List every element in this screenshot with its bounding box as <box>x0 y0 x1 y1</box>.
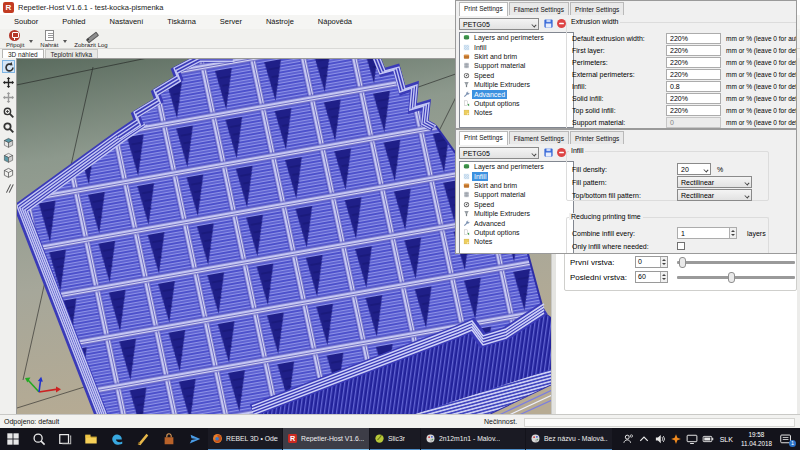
field-input-external-perimeters[interactable]: 220% <box>666 69 721 80</box>
sw1-profile-select[interactable]: PETG05 <box>459 18 539 30</box>
rotate-icon[interactable] <box>2 60 15 73</box>
taskbar-graphics-app-icon[interactable] <box>130 428 156 450</box>
tray-notification-icon[interactable]: 1 <box>779 433 794 446</box>
taskbar-store-icon[interactable] <box>156 428 182 450</box>
menu-item-server[interactable]: Server <box>208 15 254 29</box>
field-input-top-solid-infill[interactable]: 220% <box>666 105 721 116</box>
field-combo-fill-density[interactable]: 20 <box>677 163 711 175</box>
tray-avast-icon[interactable] <box>669 433 682 446</box>
sw1-tab-filament-settings[interactable]: Filament Settings <box>509 2 569 15</box>
tray-clock[interactable]: 19:5811.04.2018 <box>741 430 772 448</box>
sw1-tree-item-skirt-and-brim[interactable]: Skirt and brim <box>460 52 573 61</box>
sw1-tree-item-output-options[interactable]: Output options <box>460 99 573 108</box>
field-input-perimeters[interactable]: 220% <box>666 57 721 68</box>
view-front-icon[interactable] <box>2 151 15 164</box>
checkbox-only-infill-where-needed[interactable] <box>677 242 685 250</box>
groupbox-title-reducing: Reducing printing time <box>569 213 643 220</box>
sw2-tree-item-support-material[interactable]: Support material <box>460 190 573 199</box>
taskbar-window-title: Slic3r <box>388 435 405 442</box>
field-suffix: % <box>717 166 723 173</box>
save-profile-button[interactable] <box>543 18 554 29</box>
field-input-support-material[interactable]: 0 <box>666 117 721 128</box>
taskbar-window-repetier-host-v1-6[interactable]: RRepetier-Host V1.6... <box>283 428 369 450</box>
taskbar-window-rebel-3d-odeslat[interactable]: REBEL 3D • Odeslat... <box>208 428 282 450</box>
field-spin-combine-infill-every[interactable]: 1 <box>677 227 737 239</box>
menu-item-pohled[interactable]: Pohled <box>50 15 97 29</box>
sw1-tree-item-advanced[interactable]: Advanced <box>460 89 573 98</box>
tray-display-icon[interactable] <box>685 433 698 446</box>
tray-people-icon[interactable] <box>621 433 634 446</box>
parallel-projection-icon[interactable] <box>2 182 15 195</box>
sw2-tree-item-infill[interactable]: Infill <box>460 171 573 180</box>
sw2-tab-print-settings[interactable]: Print Settings <box>459 131 508 145</box>
extruders-icon <box>463 210 470 217</box>
sw1-tree-item-infill[interactable]: Infill <box>460 42 573 51</box>
spinner-buttons[interactable] <box>660 272 667 282</box>
sw2-tree-item-multiple-extruders[interactable]: Multiple Extruders <box>460 209 573 218</box>
taskbar-window-slic3r[interactable]: Slic3r <box>370 428 420 450</box>
view-iso-icon[interactable] <box>2 136 15 149</box>
taskbar-mail-icon[interactable] <box>182 428 208 450</box>
menu-item-soubor[interactable]: Soubor <box>2 15 50 29</box>
menu-item-nastaven-[interactable]: Nastavení <box>98 15 156 29</box>
menu-item-n-stroje[interactable]: Nástroje <box>254 15 306 29</box>
field-input-solid-infill[interactable]: 220% <box>666 93 721 104</box>
sw2-tree-item-advanced[interactable]: Advanced <box>460 218 573 227</box>
layer-spinner-prvn-vrstva[interactable]: 0 <box>635 256 668 268</box>
taskbar-window-2n12m1n1-malov[interactable]: 2n12m1n1 - Malov... <box>421 428 525 450</box>
sw1-tree-item-layers-and-perimeters[interactable]: Layers and perimeters <box>460 33 573 42</box>
taskbar-task-view-icon[interactable] <box>52 428 78 450</box>
field-input-default-extrusion-width[interactable]: 220% <box>666 33 721 44</box>
dropdown-caret-icon[interactable] <box>63 40 67 43</box>
field-combo-fill-pattern[interactable]: Rectilinear <box>677 176 752 188</box>
spinner-buttons[interactable] <box>729 228 736 238</box>
sw1-tree-item-notes[interactable]: Notes <box>460 108 573 117</box>
toolbar-button-document[interactable]: Nahrát <box>36 29 62 48</box>
sw2-category-tree: Layers and perimetersInfillSkirt and bri… <box>459 161 574 254</box>
sw2-tree-item-speed[interactable]: Speed <box>460 200 573 209</box>
spinner-buttons[interactable] <box>660 257 667 267</box>
sw1-tree-item-speed[interactable]: Speed <box>460 71 573 80</box>
view-wire-icon[interactable] <box>2 166 15 179</box>
sw2-tab-printer-settings[interactable]: Printer Settings <box>570 131 624 144</box>
layer-slider-posledn-vrstva[interactable] <box>677 271 795 283</box>
sw1-tree-item-multiple-extruders[interactable]: Multiple Extruders <box>460 80 573 89</box>
taskbar-search-icon[interactable] <box>26 428 52 450</box>
activity-status: Nečinnost. <box>484 418 517 425</box>
layer-slider-prvn-vrstva[interactable] <box>677 256 795 268</box>
menu-item-tisk-rna[interactable]: Tiskárna <box>155 15 207 29</box>
field-input-first-layer[interactable]: 220% <box>666 45 721 56</box>
tray-language-indicator[interactable]: SLK <box>720 436 733 443</box>
taskbar-edge-icon[interactable] <box>104 428 130 450</box>
sw2-tree-item-notes[interactable]: Notes <box>460 237 573 246</box>
taskbar-file-explorer-icon[interactable] <box>78 428 104 450</box>
field-combo-top-bottom-fill-pattern[interactable]: Rectilinear <box>677 189 752 201</box>
sw1-tree-item-support-material[interactable]: Support material <box>460 61 573 70</box>
move-object-icon[interactable] <box>2 91 15 104</box>
speed-icon <box>463 72 470 79</box>
sw1-tab-printer-settings[interactable]: Printer Settings <box>570 2 624 15</box>
layer-spinner-posledn-vrstva[interactable]: 60 <box>635 271 668 283</box>
dropdown-caret-icon[interactable] <box>29 40 33 43</box>
move-icon[interactable] <box>2 76 15 89</box>
sw2-tree-item-layers-and-perimeters[interactable]: Layers and perimeters <box>460 162 573 171</box>
slider-thumb[interactable] <box>728 272 735 283</box>
toolbar-button-pencil[interactable]: Zobrazit Log <box>70 29 111 48</box>
taskbar-window-bez-n-zvu-malov[interactable]: Bez názvu - Malová... <box>526 428 612 450</box>
toolbar-button-plug[interactable]: Připojit <box>2 29 28 48</box>
sw1-tab-print-settings[interactable]: Print Settings <box>459 2 508 16</box>
taskbar-start-icon[interactable] <box>0 428 26 450</box>
slider-thumb[interactable] <box>679 257 686 268</box>
save-profile-button[interactable] <box>543 147 554 158</box>
sw2-profile-select[interactable]: PETG05 <box>459 147 539 159</box>
menu-item-n-pov-da[interactable]: Nápověda <box>306 15 364 29</box>
sw2-tree-item-output-options[interactable]: Output options <box>460 228 573 237</box>
field-input-infill[interactable]: 0.8 <box>666 81 721 92</box>
tray-battery-icon[interactable] <box>701 433 714 446</box>
sw2-tab-filament-settings[interactable]: Filament Settings <box>509 131 569 144</box>
zoom-out-icon[interactable] <box>2 121 15 134</box>
zoom-in-icon[interactable] <box>2 106 15 119</box>
sw2-tree-item-skirt-and-brim[interactable]: Skirt and brim <box>460 181 573 190</box>
tray-speaker-icon[interactable] <box>653 433 666 446</box>
tray-chevron-up-icon[interactable] <box>637 433 650 446</box>
